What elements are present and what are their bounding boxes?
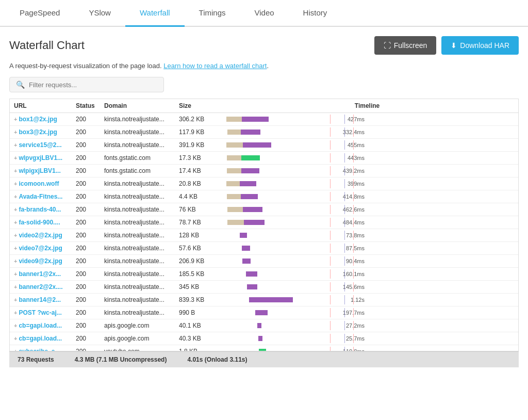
expand-icon[interactable]: +	[14, 297, 17, 303]
cell-status: 200	[72, 345, 100, 352]
expand-icon[interactable]: +	[14, 271, 17, 277]
cell-domain: kinsta.notrealjustate...	[100, 216, 175, 229]
cell-domain: kinsta.notrealjustate...	[100, 229, 175, 242]
expand-icon[interactable]: +	[14, 310, 17, 316]
cell-url: +video9@2x.jpg	[10, 255, 72, 268]
expand-icon[interactable]: +	[14, 129, 17, 135]
cell-size: 839.3 KB	[175, 294, 216, 306]
cell-size: 117.9 KB	[175, 126, 216, 139]
expand-icon[interactable]: +	[14, 322, 17, 329]
expand-icon[interactable]: +	[14, 116, 17, 122]
table-row: +POST ?wc-aj...200kinsta.notrealjustate.…	[10, 306, 518, 319]
fullscreen-icon: ⛶	[384, 41, 391, 50]
cell-timeline: 110.8ms	[216, 345, 518, 352]
cell-size: 185.5 KB	[175, 268, 216, 281]
cell-url: +service15@2...	[10, 139, 72, 152]
cell-status: 200	[72, 126, 100, 139]
table-row: +video2@2x.jpg200kinsta.notrealjustate..…	[10, 229, 518, 242]
expand-icon[interactable]: +	[14, 258, 17, 264]
cell-status: 200	[72, 203, 100, 216]
cell-status: 200	[72, 165, 100, 177]
cell-url: +subscribe_e...	[10, 345, 72, 352]
tab-timings[interactable]: Timings	[185, 0, 240, 27]
cell-size: 76 KB	[175, 203, 216, 216]
cell-domain: kinsta.notrealjustate...	[100, 126, 175, 139]
search-input[interactable]	[29, 81, 157, 89]
expand-icon[interactable]: +	[14, 245, 17, 251]
table-row: +video7@2x.jpg200kinsta.notrealjustate..…	[10, 242, 518, 255]
cell-timeline: 439.2ms	[216, 165, 518, 177]
cell-url: +banner2@2x....	[10, 281, 72, 294]
description: A request-by-request visualization of th…	[9, 62, 519, 70]
cell-timeline: 414.8ms	[216, 190, 518, 203]
cell-status: 200	[72, 177, 100, 190]
cell-timeline: 87.5ms	[216, 242, 518, 255]
expand-icon[interactable]: +	[14, 219, 17, 225]
table-row: +fa-brands-40...200kinsta.notrealjustate…	[10, 203, 518, 216]
cell-status: 200	[72, 281, 100, 294]
cell-timeline: 427ms	[216, 113, 518, 126]
cell-size: 17.4 KB	[175, 165, 216, 177]
cell-status: 200	[72, 229, 100, 242]
expand-icon[interactable]: +	[14, 335, 17, 342]
tab-history[interactable]: History	[289, 0, 342, 27]
table-row: +wlpvgxjLBV1...200fonts.gstatic.com17.3 …	[10, 152, 518, 165]
cell-url: +banner1@2x...	[10, 268, 72, 281]
cell-timeline: 484.4ms	[216, 216, 518, 229]
cell-size: 20.8 KB	[175, 177, 216, 190]
expand-icon[interactable]: +	[14, 232, 17, 238]
table-row: +box1@2x.jpg200kinsta.notrealjustate...3…	[10, 113, 518, 126]
page-title: Waterfall Chart	[9, 39, 85, 52]
filter-bar: 🔍	[9, 77, 164, 92]
cell-status: 200	[72, 332, 100, 345]
cell-url: +POST ?wc-aj...	[10, 306, 72, 319]
download-icon: ⬇	[451, 41, 457, 50]
table-row: +video9@2x.jpg200kinsta.notrealjustate..…	[10, 255, 518, 268]
expand-icon[interactable]: +	[14, 284, 17, 290]
cell-url: +wlpigxjLBV1...	[10, 165, 72, 177]
cell-size: 128 KB	[175, 229, 216, 242]
cell-status: 200	[72, 113, 100, 126]
tab-pagespeed[interactable]: PageSpeed	[5, 0, 74, 27]
download-har-button[interactable]: ⬇ Download HAR	[441, 36, 519, 55]
table-row: +cb=gapi.load...200apis.google.com40.3 K…	[10, 332, 518, 345]
table-row: +box3@2x.jpg200kinsta.notrealjustate...1…	[10, 126, 518, 139]
expand-icon[interactable]: +	[14, 206, 17, 213]
cell-domain: kinsta.notrealjustate...	[100, 294, 175, 306]
cell-status: 200	[72, 255, 100, 268]
cell-timeline: 160.1ms	[216, 268, 518, 281]
page-content: Waterfall Chart ⛶ Fullscreen ⬇ Download …	[0, 27, 528, 367]
expand-icon[interactable]: +	[14, 142, 17, 148]
fullscreen-button[interactable]: ⛶ Fullscreen	[374, 36, 437, 55]
learn-link[interactable]: Learn how to read a waterfall chart	[163, 62, 267, 70]
cell-status: 200	[72, 152, 100, 165]
cell-url: +icomoon.woff	[10, 177, 72, 190]
cell-status: 200	[72, 306, 100, 319]
expand-icon[interactable]: +	[14, 193, 17, 200]
cell-timeline: 332.4ms	[216, 126, 518, 139]
cell-timeline: 73.8ms	[216, 229, 518, 242]
cell-size: 17.3 KB	[175, 152, 216, 165]
footer-time: 4.01s (Onload 3.11s)	[187, 356, 247, 363]
tab-waterfall[interactable]: Waterfall	[125, 0, 185, 27]
expand-icon[interactable]: +	[14, 181, 17, 187]
cell-domain: kinsta.notrealjustate...	[100, 177, 175, 190]
table-header-row: URL Status Domain Size Timeline	[10, 99, 518, 113]
cell-timeline: 455ms	[216, 139, 518, 152]
cell-url: +cb=gapi.load...	[10, 332, 72, 345]
tab-yslow[interactable]: YSlow	[74, 0, 125, 27]
header-buttons: ⛶ Fullscreen ⬇ Download HAR	[374, 36, 519, 55]
cell-domain: kinsta.notrealjustate...	[100, 255, 175, 268]
expand-icon[interactable]: +	[14, 348, 17, 351]
col-size: Size	[175, 99, 216, 113]
cell-domain: apis.google.com	[100, 319, 175, 332]
cell-size: 40.3 KB	[175, 332, 216, 345]
cell-timeline: 145.6ms	[216, 281, 518, 294]
expand-icon[interactable]: +	[14, 155, 17, 161]
tab-video[interactable]: Video	[240, 0, 289, 27]
cell-size: 57.6 KB	[175, 242, 216, 255]
cell-url: +cb=gapi.load...	[10, 319, 72, 332]
table-row: +fa-solid-900....200kinsta.notrealjustat…	[10, 216, 518, 229]
table-footer: 73 Requests 4.3 MB (7.1 MB Uncompressed)…	[9, 351, 519, 367]
expand-icon[interactable]: +	[14, 168, 17, 174]
